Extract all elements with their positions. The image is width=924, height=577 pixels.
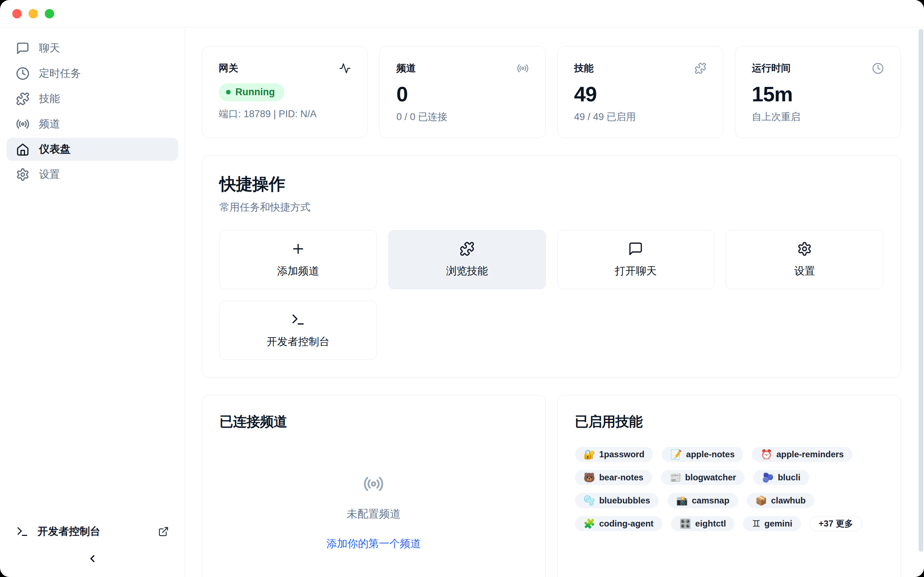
traffic-light-minimize[interactable] [29, 9, 38, 18]
sidebar-item-settings[interactable]: 设置 [6, 163, 178, 186]
stat-card-gateway: 网关 Running 端口: 18789 | PID: N/A [202, 46, 368, 138]
skill-name: clawhub [771, 495, 806, 506]
sidebar-item-scheduled-tasks[interactable]: 定时任务 [6, 62, 178, 85]
radio-icon [517, 62, 529, 74]
skills-more-chip[interactable]: +37 更多 [809, 516, 862, 531]
channels-empty-text: 未配置频道 [347, 507, 401, 521]
sidebar-item-label: 定时任务 [39, 66, 81, 81]
stat-title: 技能 [574, 62, 594, 75]
skill-emoji: 🔐 [584, 450, 595, 459]
quick-action-settings[interactable]: 设置 [726, 230, 883, 289]
settings-icon [797, 241, 812, 256]
stat-detail: 自上次重启 [752, 110, 884, 123]
clock-icon [872, 62, 884, 74]
message-square-icon [16, 42, 30, 55]
skill-name: coding-agent [599, 519, 654, 529]
puzzle-icon [459, 241, 475, 256]
skill-chip-gemini: ♊ gemini [743, 516, 801, 531]
sidebar-item-label: 频道 [39, 117, 60, 131]
connected-channels-title: 已连接频道 [220, 413, 528, 431]
skill-emoji: 🫐 [762, 473, 774, 482]
skill-name: apple-notes [686, 449, 735, 459]
skill-name: camsnap [692, 495, 729, 506]
sidebar-dev-console-button[interactable]: 开发者控制台 [6, 520, 178, 543]
app-window: 聊天 定时任务 技能 频道 仪表盘 设置 开发者控制台 [0, 0, 924, 577]
skill-emoji: 🐻 [584, 473, 595, 482]
skill-chip-coding-agent: 🧩 coding-agent [575, 516, 662, 531]
quick-action-dev-console[interactable]: 开发者控制台 [220, 301, 377, 360]
skill-chip-apple-reminders: ⏰ apple-reminders [752, 447, 852, 462]
quick-actions-title: 快捷操作 [220, 173, 883, 195]
skill-chip-eightctl: 🎛️ eightctl [671, 516, 735, 531]
status-dot [226, 90, 231, 95]
dev-console-label: 开发者控制台 [37, 524, 100, 539]
sidebar-collapse-button[interactable] [6, 546, 178, 571]
home-icon [16, 142, 30, 156]
stat-detail: 0 / 0 已连接 [396, 110, 528, 123]
stat-card-skills: 技能 49 49 / 49 已启用 [557, 46, 723, 138]
skill-emoji: 📝 [670, 450, 682, 459]
quick-action-label: 设置 [794, 264, 815, 279]
channels-empty-state: 未配置频道 添加你的第一个频道 [220, 431, 528, 577]
activity-icon [339, 62, 351, 74]
skill-name: blogwatcher [685, 472, 736, 482]
skill-name: bluebubbles [599, 495, 650, 506]
app-body: 聊天 定时任务 技能 频道 仪表盘 设置 开发者控制台 [0, 27, 924, 577]
radio-icon [16, 117, 30, 131]
puzzle-icon [695, 62, 706, 74]
settings-icon [16, 168, 30, 181]
sidebar-item-dashboard[interactable]: 仪表盘 [6, 138, 178, 161]
external-link-icon [158, 526, 169, 537]
skill-emoji: 📰 [670, 473, 681, 482]
message-square-icon [628, 241, 643, 256]
skill-chip-apple-notes: 📝 apple-notes [662, 447, 743, 462]
skill-emoji: 🫧 [584, 496, 595, 505]
skill-chip-bear-notes: 🐻 bear-notes [575, 470, 652, 485]
traffic-light-zoom[interactable] [45, 9, 54, 18]
skill-emoji: ⏰ [761, 450, 772, 459]
skill-name: blucli [778, 472, 801, 482]
terminal-icon [16, 525, 29, 538]
skill-chip-bluebubbles: 🫧 bluebubbles [575, 493, 659, 508]
quick-action-label: 添加频道 [277, 264, 319, 279]
add-first-channel-link[interactable]: 添加你的第一个频道 [327, 537, 421, 551]
skill-chip-1password: 🔐 1password [575, 447, 653, 462]
sidebar-item-chat[interactable]: 聊天 [6, 37, 178, 60]
sidebar: 聊天 定时任务 技能 频道 仪表盘 设置 开发者控制台 [0, 27, 185, 577]
stat-detail: 49 / 49 已启用 [574, 110, 706, 123]
sidebar-item-channels[interactable]: 频道 [6, 113, 178, 135]
skill-chip-clawhub: 📦 clawhub [747, 493, 814, 508]
sidebar-item-label: 设置 [39, 167, 60, 182]
stat-detail: 端口: 18789 | PID: N/A [219, 108, 351, 121]
quick-action-add-channel[interactable]: 添加频道 [220, 230, 377, 289]
quick-action-browse-skills[interactable]: 浏览技能 [388, 230, 546, 289]
skill-name: 1password [599, 449, 644, 459]
sidebar-item-label: 技能 [39, 92, 60, 106]
skill-chip-camsnap: 📸 camsnap [667, 493, 738, 508]
quick-actions-panel: 快捷操作 常用任务和快捷方式 添加频道 浏览技能 打开聊天 设置 开发者控制台 [202, 155, 901, 377]
sidebar-bottom: 开发者控制台 [6, 520, 178, 571]
puzzle-icon [16, 92, 30, 106]
traffic-light-close[interactable] [12, 9, 22, 18]
stat-title: 频道 [396, 62, 416, 75]
stat-value: 0 [396, 83, 528, 105]
title-bar [0, 0, 924, 27]
quick-action-label: 打开聊天 [615, 264, 657, 279]
quick-action-open-chat[interactable]: 打开聊天 [557, 230, 715, 289]
quick-action-label: 浏览技能 [446, 264, 488, 279]
enabled-skills-title: 已启用技能 [575, 413, 884, 431]
skill-emoji: 🎛️ [680, 519, 691, 528]
plus-icon [291, 241, 306, 256]
sidebar-item-label: 聊天 [39, 41, 60, 56]
sidebar-item-skills[interactable]: 技能 [6, 87, 178, 110]
terminal-icon [291, 312, 306, 327]
skill-emoji: 📸 [676, 496, 688, 505]
stats-row: 网关 Running 端口: 18789 | PID: N/A 频道 0 0 /… [202, 46, 901, 138]
stat-card-uptime: 运行时间 15m 自上次重启 [735, 46, 901, 138]
skill-emoji: ♊ [752, 519, 760, 528]
chevron-left-icon [87, 553, 98, 564]
skill-name: apple-reminders [776, 449, 844, 459]
radio-icon [363, 474, 384, 495]
quick-actions-subtitle: 常用任务和快捷方式 [220, 200, 883, 214]
scrollbar-thumb[interactable] [919, 29, 923, 552]
